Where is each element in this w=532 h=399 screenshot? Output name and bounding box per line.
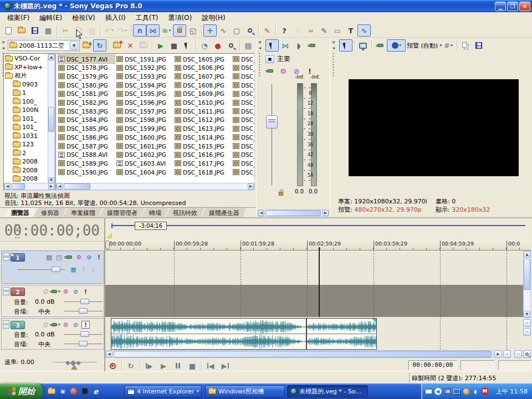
file-item[interactable]: DSC_1588.AVI <box>58 151 115 159</box>
selection-edit-tool-button[interactable]: ▢ <box>230 24 243 37</box>
dim-output-button[interactable]: ◗ <box>292 39 305 52</box>
file-item[interactable]: DSC_1592.JPG <box>116 64 173 72</box>
files-hscrollbar[interactable]: ◀ ▶ <box>56 183 254 190</box>
tree-item[interactable]: 2 <box>5 149 48 158</box>
tab-媒體產生器[interactable]: 媒體產生器 <box>201 208 246 217</box>
solo-icon[interactable]: ! <box>81 288 90 295</box>
track-minimize-buttons[interactable] <box>3 253 9 262</box>
volume-icon[interactable]: ◖ <box>472 388 479 395</box>
scroll-thumb[interactable] <box>265 210 321 216</box>
cut-button[interactable]: ✂ <box>59 24 72 37</box>
file-item[interactable]: DSC_1609.JPG <box>175 90 231 98</box>
new-project-button[interactable] <box>2 24 15 37</box>
copy-snapshot-button[interactable] <box>459 39 472 52</box>
record-media-button[interactable]: ● <box>211 39 224 52</box>
file-item[interactable]: DSC_1594.JPG <box>116 81 173 89</box>
volume-slider[interactable] <box>64 301 103 302</box>
file-item[interactable]: DSC_1577.AVI <box>58 55 115 63</box>
zoom-edit-tool-button[interactable] <box>243 24 257 37</box>
event-pan-crop-button[interactable]: ▭ <box>331 24 344 37</box>
tree-item[interactable]: 100N <box>5 106 48 115</box>
multi-tool-button[interactable]: ✛ <box>291 24 304 37</box>
file-item[interactable]: DSC_1585.JPG <box>58 125 115 133</box>
scroll-right-icon[interactable]: ▶ <box>494 350 502 358</box>
project-properties-button[interactable]: ▦ <box>42 24 55 37</box>
scroll-down-icon[interactable]: ▼ <box>524 311 530 318</box>
split-screen-view-button[interactable]: ▾ <box>387 39 406 52</box>
new-folder-button[interactable]: ✚ <box>110 39 124 52</box>
file-item[interactable]: DSC_1580.JPG <box>58 81 115 89</box>
file-item[interactable]: DSC_ <box>233 151 255 159</box>
auto-ripple-button[interactable]: ≋▾ <box>160 24 173 37</box>
folder-icon[interactable] <box>48 388 55 395</box>
composite-level-slider[interactable] <box>17 269 65 270</box>
file-item[interactable]: DSC_1617.JPG <box>175 159 231 167</box>
close-button[interactable]: ✕ <box>519 2 530 11</box>
file-item[interactable]: DSC_ <box>233 142 255 150</box>
file-item[interactable]: DSC_ <box>233 107 255 115</box>
mute-icon[interactable]: ⊘ <box>71 321 80 329</box>
messenger-m-icon[interactable]: M <box>481 388 489 395</box>
automation-settings-icon[interactable]: ⚙ <box>62 288 70 295</box>
file-item[interactable]: DSC_1612.JPG <box>175 116 231 124</box>
preview-quality-label[interactable]: 預覽 (自動) <box>407 42 438 50</box>
scroll-right-icon[interactable]: ▶ <box>323 210 329 216</box>
shuttle-marker[interactable] <box>71 365 78 370</box>
invert-phase-icon[interactable]: ∅ <box>42 288 50 295</box>
file-item[interactable]: DSC_ <box>233 168 255 176</box>
list-view-button[interactable]: ▤ <box>242 39 255 52</box>
save-project-button[interactable] <box>28 24 42 37</box>
menu-item[interactable]: 說明(H) <box>197 12 230 24</box>
record-button[interactable] <box>105 360 120 371</box>
scroll-left-icon[interactable]: ◀ <box>4 183 11 190</box>
downmix-output-button[interactable]: ⋈ <box>279 39 292 52</box>
go-to-end-button[interactable]: ▶ <box>218 360 232 371</box>
dock-grip[interactable] <box>332 52 335 77</box>
file-item[interactable]: DSC_1595.JPG <box>116 90 173 98</box>
insert-fx-chain-button[interactable] <box>263 65 277 77</box>
bypass-motion-blur-icon[interactable]: ▨ <box>45 253 53 261</box>
menu-item[interactable]: 編輯(E) <box>34 12 67 24</box>
tree-item[interactable]: 101_ <box>5 123 48 132</box>
zoom-in-track-height-icon[interactable]: ＋ <box>523 319 531 327</box>
file-item[interactable]: DSC_1586.JPG <box>58 133 115 141</box>
file-item[interactable]: DSC_ <box>233 125 255 133</box>
lock-fader-icon[interactable] <box>279 192 283 196</box>
file-item[interactable]: DSC_1584.JPG <box>58 116 115 124</box>
pause-button[interactable] <box>171 360 185 371</box>
tree-item[interactable]: XP+low+ <box>5 63 48 72</box>
loop-playback-button[interactable]: ↻ <box>124 360 138 371</box>
taskbar-button[interactable]: Windows照相機 <box>205 385 285 397</box>
slider-handle[interactable] <box>52 267 60 272</box>
file-item[interactable]: DSC_1579.JPG <box>58 72 115 80</box>
messenger-icon[interactable] <box>81 388 89 395</box>
properties-pointer-button[interactable] <box>265 39 279 52</box>
selection-length-field[interactable] <box>498 360 531 370</box>
menu-item[interactable]: 工具(T) <box>131 12 163 24</box>
network-icon[interactable] <box>453 388 461 395</box>
file-item[interactable]: DSC_1593.JPG <box>116 72 173 80</box>
mute-icon[interactable]: ⊘ <box>71 288 80 295</box>
collapse-tray-icon[interactable]: ◀ <box>434 388 442 395</box>
file-item[interactable]: DSC_1614.JPG <box>175 133 231 141</box>
track-content-1[interactable] <box>105 250 523 284</box>
file-item[interactable]: DSC_1600.JPG <box>116 133 173 141</box>
save-snapshot-button[interactable] <box>472 39 485 52</box>
tree-item[interactable]: 2008 <box>5 157 48 166</box>
tab-瀏覽器[interactable]: 瀏覽器 <box>3 208 36 217</box>
menu-item[interactable]: 檢視(V) <box>67 12 100 24</box>
timeline-hscrollbar[interactable]: ◀ <box>105 350 493 358</box>
slider-handle[interactable] <box>80 331 89 337</box>
volume-slider[interactable] <box>64 334 103 335</box>
delete-button[interactable]: ✕ <box>124 39 137 52</box>
paste-button[interactable]: ▤ <box>85 24 99 37</box>
automation-settings-icon[interactable]: ⚙ <box>62 321 70 329</box>
grid-overlay-button[interactable]: #▾ <box>442 39 455 52</box>
media-player-icon[interactable] <box>70 388 78 395</box>
taskbar-button[interactable]: 4 Internet Explorer▾ <box>124 385 202 397</box>
make-compositing-parent-icon[interactable]: ↓ <box>89 265 98 273</box>
selection-start-field[interactable] <box>461 360 495 370</box>
move-grayed-button[interactable] <box>137 39 150 52</box>
file-item[interactable]: DSC_1583.JPG <box>58 107 115 115</box>
play-button[interactable]: ▶ <box>156 360 171 371</box>
